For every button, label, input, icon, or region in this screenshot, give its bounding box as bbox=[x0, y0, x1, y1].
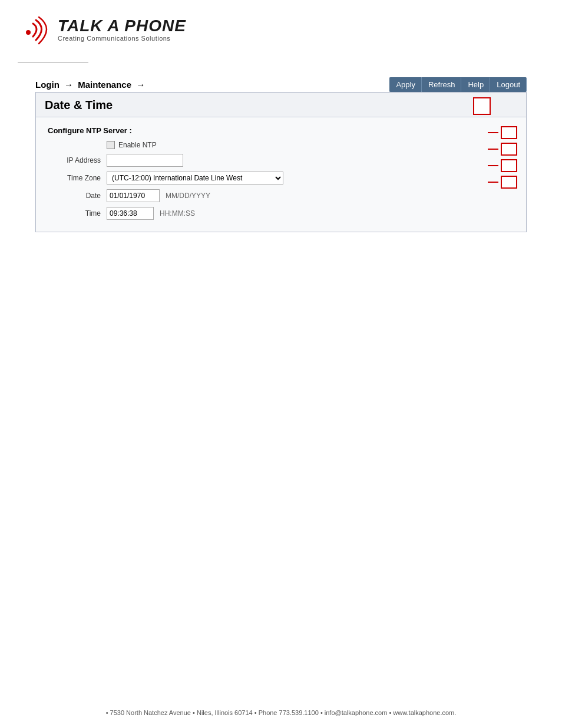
timezone-row: Time Zone (UTC-12:00) International Date… bbox=[54, 172, 514, 185]
date-row: Date MM/DD/YYYY bbox=[54, 189, 514, 202]
indicator-box-1 bbox=[501, 126, 517, 139]
indicator-box-4 bbox=[501, 176, 517, 189]
panel: Date & Time bbox=[35, 92, 527, 232]
date-label: Date bbox=[54, 192, 101, 200]
form-grid: Enable NTP IP Address Time Zone (UTC-12:… bbox=[54, 141, 514, 220]
panel-top-indicator bbox=[473, 97, 491, 115]
indicator-dash-3 bbox=[488, 165, 498, 166]
panel-header: Date & Time bbox=[36, 93, 526, 117]
date-format-label: MM/DD/YYYY bbox=[166, 192, 210, 200]
panel-title: Date & Time bbox=[45, 98, 113, 111]
enable-ntp-row: Enable NTP bbox=[107, 141, 514, 149]
timezone-select[interactable]: (UTC-12:00) International Date Line West bbox=[107, 172, 283, 185]
indicator-row-1 bbox=[488, 126, 517, 139]
logo-area: TALK A PHONE Creating Communications Sol… bbox=[0, 0, 562, 53]
time-input[interactable] bbox=[107, 207, 154, 220]
indicator-dash-2 bbox=[488, 149, 498, 150]
refresh-button[interactable]: Refresh bbox=[422, 77, 462, 92]
time-label: Time bbox=[54, 209, 101, 218]
header-divider bbox=[18, 62, 88, 62]
toolbar-buttons: Apply Refresh Help Logout bbox=[389, 77, 527, 92]
main-content: Login → Maintenance → Apply Refresh Help… bbox=[0, 71, 562, 238]
ip-address-input[interactable] bbox=[107, 154, 183, 167]
footer-text: • 7530 North Natchez Avenue • Niles, Ill… bbox=[106, 709, 457, 716]
indicator-box-3 bbox=[501, 159, 517, 172]
logo-text-area: TALK A PHONE Creating Communications Sol… bbox=[58, 17, 186, 42]
date-input[interactable] bbox=[107, 189, 160, 202]
breadcrumb-maintenance: Maintenance bbox=[78, 80, 131, 90]
enable-ntp-label: Enable NTP bbox=[118, 141, 157, 149]
breadcrumb-login: Login bbox=[35, 80, 59, 90]
breadcrumb-arrow-2: → bbox=[136, 80, 145, 90]
ip-address-row: IP Address bbox=[54, 154, 514, 167]
apply-button[interactable]: Apply bbox=[389, 77, 422, 92]
logo-subtitle: Creating Communications Solutions bbox=[58, 35, 186, 42]
indicator-row-3 bbox=[488, 159, 517, 172]
indicator-box-2 bbox=[501, 143, 517, 156]
logo-title: TALK A PHONE bbox=[58, 17, 186, 35]
breadcrumb: Login → Maintenance → bbox=[35, 80, 147, 90]
footer: • 7530 North Natchez Avenue • Niles, Ill… bbox=[0, 709, 562, 716]
indicator-dash-1 bbox=[488, 132, 498, 133]
nav-bar: Login → Maintenance → Apply Refresh Help… bbox=[35, 77, 527, 92]
breadcrumb-arrow-1: → bbox=[64, 80, 75, 90]
section-title: Configure NTP Server : bbox=[48, 126, 514, 135]
enable-ntp-checkbox[interactable] bbox=[107, 141, 115, 149]
panel-body: Configure NTP Server : Enable NTP IP Add… bbox=[36, 117, 526, 232]
logo-icon bbox=[18, 12, 53, 47]
logout-button[interactable]: Logout bbox=[490, 77, 527, 92]
help-button[interactable]: Help bbox=[461, 77, 490, 92]
indicator-row-2 bbox=[488, 143, 517, 156]
svg-point-0 bbox=[26, 30, 31, 35]
right-indicators bbox=[488, 126, 517, 189]
ip-address-label: IP Address bbox=[54, 156, 101, 164]
timezone-label: Time Zone bbox=[54, 174, 101, 182]
indicator-dash-4 bbox=[488, 182, 498, 183]
time-format-label: HH:MM:SS bbox=[160, 209, 195, 218]
indicator-row-4 bbox=[488, 176, 517, 189]
logo-container: TALK A PHONE Creating Communications Sol… bbox=[18, 12, 544, 47]
time-row: Time HH:MM:SS bbox=[54, 207, 514, 220]
